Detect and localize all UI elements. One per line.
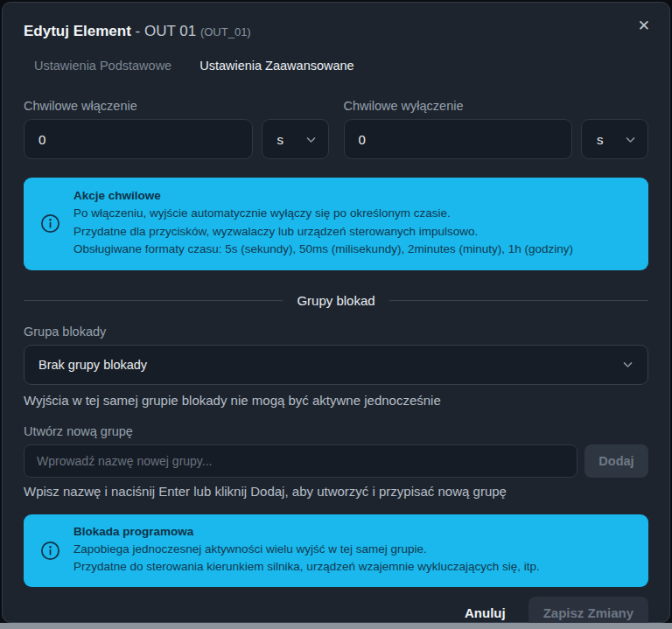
lock-group-select[interactable]: Brak grupy blokady [24, 345, 648, 385]
lock-group-helper-text: Wyjścia w tej samej grupie blokady nie m… [24, 393, 648, 408]
dialog-title-element: OUT 01 [144, 23, 196, 39]
momentary-off-unit-select[interactable]: s [581, 119, 648, 159]
momentary-off-label: Chwilowe wyłączenie [344, 99, 649, 113]
dialog-title-code: (OUT_01) [200, 25, 251, 38]
edit-element-dialog: Edytuj Element - OUT 01 (OUT_01) ✕ Ustaw… [2, 2, 670, 623]
chevron-down-icon [622, 359, 634, 370]
chevron-down-icon [625, 134, 636, 145]
divider-line [389, 300, 648, 301]
new-group-name-input[interactable] [24, 444, 578, 478]
momentary-section: Chwilowe włączenie s Chwilowe wyłączenie… [24, 99, 648, 159]
lock-info-line: Zapobiega jednoczesnej aktywności wielu … [74, 541, 540, 559]
momentary-on-unit-select[interactable]: s [262, 119, 329, 159]
chevron-down-icon [305, 134, 317, 145]
momentary-info-banner: Akcje chwilowe Po włączeniu, wyjście aut… [24, 178, 648, 270]
momentary-on-field: Chwilowe włączenie s [24, 99, 329, 159]
momentary-info-text: Akcje chwilowe Po włączeniu, wyjście aut… [74, 189, 573, 259]
lock-group-label: Grupa blokady [24, 325, 648, 339]
momentary-on-input[interactable] [24, 119, 253, 159]
close-icon[interactable]: ✕ [633, 13, 655, 38]
info-icon [40, 213, 60, 234]
new-group-helper-text: Wpisz nazwę i naciśnij Enter lub kliknij… [24, 484, 648, 499]
dialog-title-main: Edytuj Element [24, 23, 131, 39]
lock-info-banner: Blokada programowa Zapobiega jednoczesne… [24, 514, 648, 587]
momentary-info-line: Przydatne dla przycisków, wyzwalaczy lub… [74, 223, 573, 241]
momentary-off-unit-value: s [597, 132, 604, 147]
dialog-header: Edytuj Element - OUT 01 (OUT_01) ✕ [24, 20, 648, 44]
momentary-on-unit-value: s [277, 132, 284, 147]
momentary-info-title: Akcje chwilowe [74, 189, 573, 202]
page-bottom-strip [0, 623, 672, 629]
momentary-off-input[interactable] [344, 119, 573, 159]
new-group-row: Dodaj [24, 444, 648, 478]
momentary-info-line: Obsługiwane formaty czasu: 5s (sekundy),… [74, 241, 573, 259]
momentary-off-field: Chwilowe wyłączenie s [344, 99, 649, 159]
lock-info-title: Blokada programowa [74, 525, 540, 538]
settings-tabs: Ustawienia Podstawowe Ustawienia Zaawans… [34, 59, 648, 73]
lock-groups-divider: Grupy blokad [24, 293, 648, 308]
tab-advanced-settings[interactable]: Ustawienia Zaawansowane [200, 59, 354, 73]
new-group-label: Utwórz nową grupę [24, 424, 648, 438]
divider-line [24, 300, 283, 301]
add-group-button[interactable]: Dodaj [584, 444, 648, 478]
lock-group-selected-value: Brak grupy blokady [38, 358, 147, 372]
lock-info-text: Blokada programowa Zapobiega jednoczesne… [74, 525, 540, 577]
info-icon [40, 541, 60, 561]
dialog-title: Edytuj Element - OUT 01 (OUT_01) [24, 20, 648, 44]
tab-basic-settings[interactable]: Ustawienia Podstawowe [34, 59, 172, 73]
momentary-info-line: Po włączeniu, wyjście automatycznie wyłą… [74, 205, 573, 223]
dialog-title-separator: - [136, 23, 141, 39]
momentary-on-label: Chwilowe włączenie [24, 99, 329, 113]
lock-info-line: Przydatne do sterowania kierunkiem silni… [74, 558, 540, 577]
divider-label: Grupy blokad [297, 293, 374, 308]
